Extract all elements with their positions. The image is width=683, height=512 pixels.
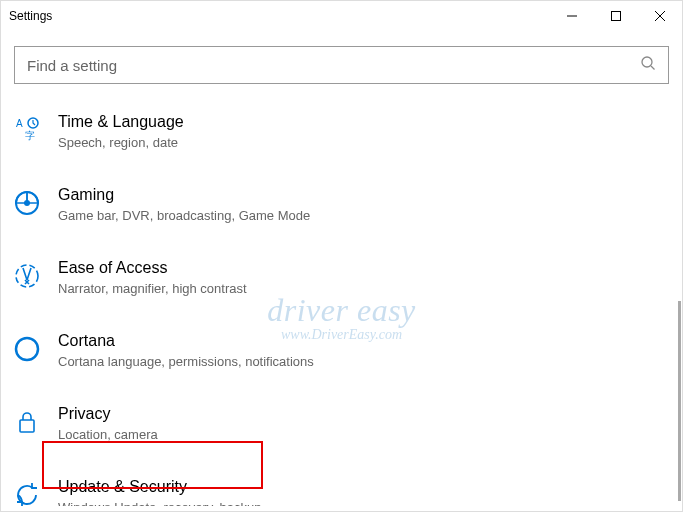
settings-desc: Narrator, magnifier, high contrast <box>58 280 669 298</box>
settings-title: Time & Language <box>58 112 669 133</box>
svg-rect-9 <box>20 420 34 432</box>
minimize-button[interactable] <box>550 1 594 31</box>
settings-item-gaming[interactable]: Gaming Game bar, DVR, broadcasting, Game… <box>14 185 669 225</box>
settings-desc: Cortana language, permissions, notificat… <box>58 353 669 371</box>
ease-of-access-icon <box>14 263 40 289</box>
settings-desc: Location, camera <box>58 426 669 444</box>
window-titlebar: Settings <box>1 1 682 31</box>
settings-desc: Windows Update, recovery, backup <box>58 499 669 506</box>
settings-item-cortana[interactable]: Cortana Cortana language, permissions, n… <box>14 331 669 371</box>
window-controls <box>550 1 682 31</box>
svg-point-8 <box>16 338 38 360</box>
gaming-icon <box>14 190 40 216</box>
svg-text:A: A <box>16 118 23 129</box>
svg-text:字: 字 <box>25 130 35 141</box>
settings-text: Privacy Location, camera <box>58 404 669 444</box>
settings-item-update-security[interactable]: Update & Security Windows Update, recove… <box>14 477 669 506</box>
minimize-icon <box>567 11 577 21</box>
search-box[interactable] <box>14 46 669 84</box>
settings-item-privacy[interactable]: Privacy Location, camera <box>14 404 669 444</box>
settings-title: Ease of Access <box>58 258 669 279</box>
search-icon <box>640 55 656 75</box>
svg-point-1 <box>642 57 652 67</box>
settings-title: Gaming <box>58 185 669 206</box>
scrollbar[interactable] <box>678 301 681 501</box>
settings-text: Time & Language Speech, region, date <box>58 112 669 152</box>
svg-rect-0 <box>612 12 621 21</box>
search-wrap <box>1 31 682 84</box>
settings-text: Cortana Cortana language, permissions, n… <box>58 331 669 371</box>
update-security-icon <box>14 482 40 506</box>
close-button[interactable] <box>638 1 682 31</box>
window-title: Settings <box>9 9 52 23</box>
svg-point-6 <box>24 200 30 206</box>
privacy-icon <box>14 409 40 435</box>
settings-item-time-language[interactable]: A字 Time & Language Speech, region, date <box>14 112 669 152</box>
settings-title: Cortana <box>58 331 669 352</box>
settings-text: Update & Security Windows Update, recove… <box>58 477 669 506</box>
svg-point-7 <box>16 265 38 287</box>
settings-desc: Game bar, DVR, broadcasting, Game Mode <box>58 207 669 225</box>
settings-title: Privacy <box>58 404 669 425</box>
time-language-icon: A字 <box>14 117 40 143</box>
settings-item-ease-of-access[interactable]: Ease of Access Narrator, magnifier, high… <box>14 258 669 298</box>
settings-desc: Speech, region, date <box>58 134 669 152</box>
search-input[interactable] <box>27 57 640 74</box>
settings-title: Update & Security <box>58 477 669 498</box>
settings-text: Ease of Access Narrator, magnifier, high… <box>58 258 669 298</box>
close-icon <box>655 11 665 21</box>
cortana-icon <box>14 336 40 362</box>
maximize-icon <box>611 11 621 21</box>
maximize-button[interactable] <box>594 1 638 31</box>
settings-list: A字 Time & Language Speech, region, date … <box>1 84 682 506</box>
settings-text: Gaming Game bar, DVR, broadcasting, Game… <box>58 185 669 225</box>
